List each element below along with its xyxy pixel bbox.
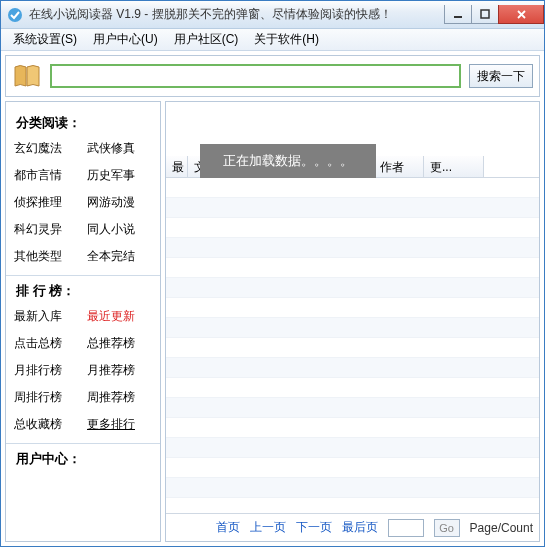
table-row[interactable] xyxy=(166,318,539,338)
genre-link[interactable]: 武侠修真 xyxy=(87,140,152,157)
genre-link[interactable]: 历史军事 xyxy=(87,167,152,184)
column-header[interactable]: 更... xyxy=(424,156,484,177)
table-row[interactable] xyxy=(166,418,539,438)
main-panel: 正在加载数据。。。。 最文作者更... 首页 上一页 下一页 最后页 Go Pa… xyxy=(165,101,540,542)
sidebar: 分类阅读： 玄幻魔法武侠修真都市言情历史军事侦探推理网游动漫科幻灵异同人小说其他… xyxy=(5,101,161,542)
genre-link[interactable]: 科幻灵异 xyxy=(14,221,79,238)
close-button[interactable] xyxy=(498,5,544,24)
search-button[interactable]: 搜索一下 xyxy=(469,64,533,88)
rank-link[interactable]: 最近更新 xyxy=(87,308,152,325)
table-row[interactable] xyxy=(166,378,539,398)
genre-link[interactable]: 全本完结 xyxy=(87,248,152,265)
toolbar: 搜索一下 xyxy=(5,55,540,97)
table-row[interactable] xyxy=(166,438,539,458)
table-row[interactable] xyxy=(166,458,539,478)
genre-link[interactable]: 玄幻魔法 xyxy=(14,140,79,157)
maximize-button[interactable] xyxy=(471,5,499,24)
rank-link[interactable]: 总推荐榜 xyxy=(87,335,152,352)
section-ranks-title: 排 行 榜： xyxy=(16,282,152,300)
pager-page-input[interactable] xyxy=(388,519,424,537)
column-header[interactable]: 最 xyxy=(166,156,188,177)
table-row[interactable] xyxy=(166,278,539,298)
table-row[interactable] xyxy=(166,178,539,198)
pager-first[interactable]: 首页 xyxy=(216,519,240,536)
pager-go-button[interactable]: Go xyxy=(434,519,460,537)
window-controls xyxy=(445,5,544,24)
column-header[interactable]: 作者 xyxy=(374,156,424,177)
svg-point-0 xyxy=(8,8,22,22)
book-icon xyxy=(12,63,42,89)
app-icon xyxy=(7,7,23,23)
titlebar[interactable]: 在线小说阅读器 V1.9 - 摆脱那关不完的弹窗、尽情体验阅读的快感！ xyxy=(1,1,544,29)
rank-link[interactable]: 更多排行 xyxy=(87,416,152,433)
rank-link[interactable]: 周排行榜 xyxy=(14,389,79,406)
genre-link[interactable]: 同人小说 xyxy=(87,221,152,238)
divider xyxy=(6,275,160,276)
minimize-button[interactable] xyxy=(444,5,472,24)
pager-prev[interactable]: 上一页 xyxy=(250,519,286,536)
genre-grid: 玄幻魔法武侠修真都市言情历史军事侦探推理网游动漫科幻灵异同人小说其他类型全本完结 xyxy=(14,140,152,265)
pager-next[interactable]: 下一页 xyxy=(296,519,332,536)
section-genres-title: 分类阅读： xyxy=(16,114,152,132)
rank-link[interactable]: 月推荐榜 xyxy=(87,362,152,379)
table-body xyxy=(166,178,539,513)
menu-item[interactable]: 用户社区(C) xyxy=(166,29,247,50)
menu-item[interactable]: 用户中心(U) xyxy=(85,29,166,50)
window-title: 在线小说阅读器 V1.9 - 摆脱那关不完的弹窗、尽情体验阅读的快感！ xyxy=(29,6,445,23)
divider xyxy=(6,443,160,444)
pager-page-count: Page/Count xyxy=(470,521,533,535)
body: 分类阅读： 玄幻魔法武侠修真都市言情历史军事侦探推理网游动漫科幻灵异同人小说其他… xyxy=(5,101,540,542)
menubar: 系统设置(S)用户中心(U)用户社区(C)关于软件(H) xyxy=(1,29,544,51)
pager: 首页 上一页 下一页 最后页 Go Page/Count xyxy=(166,513,539,541)
section-user-title: 用户中心： xyxy=(16,450,152,468)
table-row[interactable] xyxy=(166,338,539,358)
rank-link[interactable]: 点击总榜 xyxy=(14,335,79,352)
table-row[interactable] xyxy=(166,218,539,238)
rank-link[interactable]: 最新入库 xyxy=(14,308,79,325)
svg-rect-2 xyxy=(481,10,489,18)
genre-link[interactable]: 都市言情 xyxy=(14,167,79,184)
table-row[interactable] xyxy=(166,238,539,258)
table-row[interactable] xyxy=(166,198,539,218)
loading-toast: 正在加载数据。。。。 xyxy=(200,144,376,178)
rank-grid: 最新入库最近更新点击总榜总推荐榜月排行榜月推荐榜周排行榜周推荐榜总收藏榜更多排行 xyxy=(14,308,152,433)
search-input[interactable] xyxy=(50,64,461,88)
genre-link[interactable]: 其他类型 xyxy=(14,248,79,265)
table-row[interactable] xyxy=(166,358,539,378)
genre-link[interactable]: 网游动漫 xyxy=(87,194,152,211)
rank-link[interactable]: 周推荐榜 xyxy=(87,389,152,406)
menu-item[interactable]: 关于软件(H) xyxy=(246,29,327,50)
menu-item[interactable]: 系统设置(S) xyxy=(5,29,85,50)
table-row[interactable] xyxy=(166,478,539,498)
genre-link[interactable]: 侦探推理 xyxy=(14,194,79,211)
table-row[interactable] xyxy=(166,498,539,513)
rank-link[interactable]: 月排行榜 xyxy=(14,362,79,379)
app-window: 在线小说阅读器 V1.9 - 摆脱那关不完的弹窗、尽情体验阅读的快感！ 系统设置… xyxy=(0,0,545,547)
table-row[interactable] xyxy=(166,258,539,278)
table-row[interactable] xyxy=(166,298,539,318)
pager-last[interactable]: 最后页 xyxy=(342,519,378,536)
table-row[interactable] xyxy=(166,398,539,418)
rank-link[interactable]: 总收藏榜 xyxy=(14,416,79,433)
